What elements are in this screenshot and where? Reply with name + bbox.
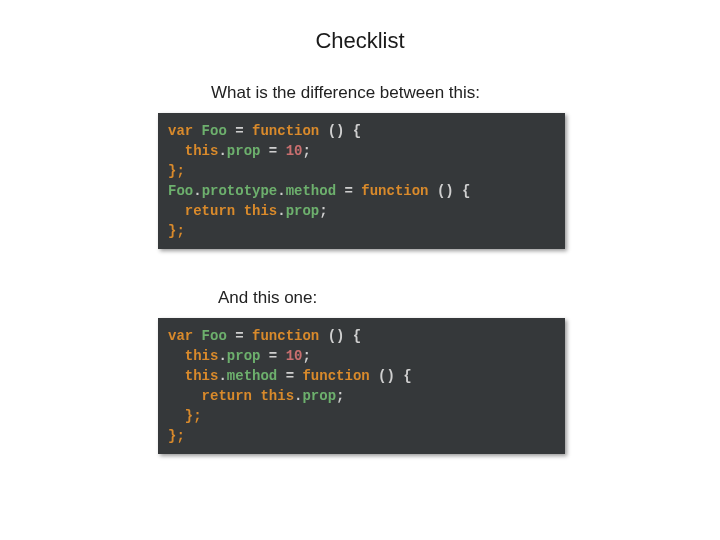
close-brace: }; xyxy=(185,408,202,424)
indent xyxy=(168,408,185,424)
slide-title: Checklist xyxy=(0,28,720,54)
keyword-function: function xyxy=(361,183,428,199)
close-brace: }; xyxy=(168,428,185,444)
keyword-this: this xyxy=(185,348,219,364)
property: method xyxy=(227,368,277,384)
keyword-function: function xyxy=(252,123,319,139)
close-brace: }; xyxy=(168,163,185,179)
operator: = xyxy=(235,123,252,139)
code-block-1: var Foo = function () { this.prop = 10; … xyxy=(158,113,565,249)
operator: = xyxy=(336,183,361,199)
dot: . xyxy=(277,203,285,219)
semicolon: ; xyxy=(319,203,327,219)
keyword-var: var xyxy=(168,123,193,139)
semicolon: ; xyxy=(302,143,310,159)
operator: = xyxy=(235,328,252,344)
question-1: What is the difference between this: xyxy=(211,83,480,103)
keyword-var: var xyxy=(168,328,193,344)
dot: . xyxy=(218,368,226,384)
keyword-return: return xyxy=(185,203,235,219)
space xyxy=(235,203,243,219)
keyword-function: function xyxy=(252,328,319,344)
number: 10 xyxy=(286,143,303,159)
keyword-return: return xyxy=(202,388,252,404)
indent xyxy=(168,203,185,219)
punct: () { xyxy=(319,123,361,139)
keyword-this: this xyxy=(244,203,278,219)
keyword-this: this xyxy=(260,388,294,404)
property: method xyxy=(286,183,336,199)
indent xyxy=(168,143,185,159)
indent xyxy=(168,388,202,404)
identifier: Foo xyxy=(193,123,235,139)
keyword-function: function xyxy=(302,368,369,384)
property: prop xyxy=(227,143,261,159)
punct: () { xyxy=(429,183,471,199)
dot: . xyxy=(218,143,226,159)
close-brace: }; xyxy=(168,223,185,239)
property: prototype xyxy=(202,183,278,199)
semicolon: ; xyxy=(336,388,344,404)
identifier: Foo xyxy=(168,183,193,199)
identifier: Foo xyxy=(193,328,235,344)
property: prop xyxy=(227,348,261,364)
keyword-this: this xyxy=(185,143,219,159)
punct: () { xyxy=(370,368,412,384)
punct: () { xyxy=(319,328,361,344)
semicolon: ; xyxy=(302,348,310,364)
indent xyxy=(168,348,185,364)
dot: . xyxy=(218,348,226,364)
keyword-this: this xyxy=(185,368,219,384)
operator: = xyxy=(260,143,285,159)
operator: = xyxy=(277,368,302,384)
question-2: And this one: xyxy=(218,288,317,308)
dot: . xyxy=(193,183,201,199)
code-block-2: var Foo = function () { this.prop = 10; … xyxy=(158,318,565,454)
operator: = xyxy=(260,348,285,364)
number: 10 xyxy=(286,348,303,364)
property: prop xyxy=(286,203,320,219)
indent xyxy=(168,368,185,384)
property: prop xyxy=(302,388,336,404)
dot: . xyxy=(277,183,285,199)
